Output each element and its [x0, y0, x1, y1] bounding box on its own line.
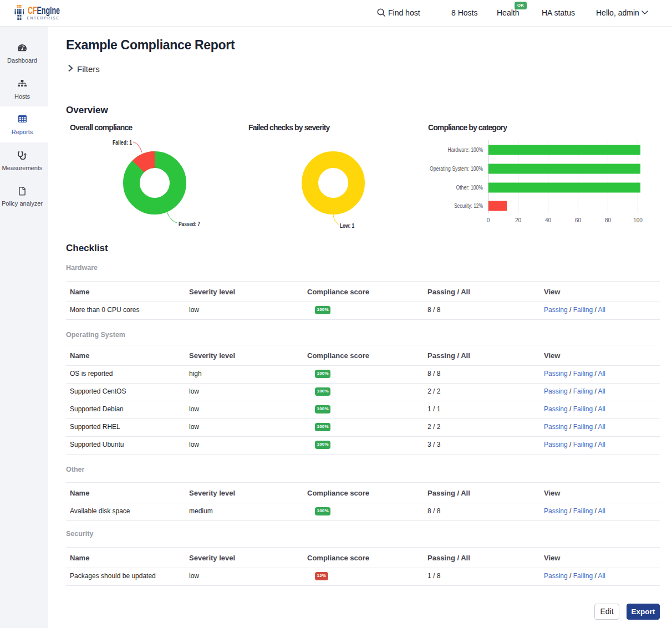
- svg-text:100: 100: [633, 217, 643, 223]
- svg-text:Security: 12%: Security: 12%: [454, 203, 483, 209]
- svg-text:Other: 100%: Other: 100%: [456, 185, 483, 191]
- svg-text:CFEngine: CFEngine: [28, 4, 60, 16]
- svg-text:Operating System: 100%: Operating System: 100%: [430, 166, 483, 172]
- svg-text:60: 60: [575, 217, 582, 223]
- svg-text:Failed: 1: Failed: 1: [113, 140, 132, 146]
- svg-text:0: 0: [487, 217, 490, 223]
- svg-text:ENTERPRISE: ENTERPRISE: [27, 16, 60, 21]
- svg-text:Low: 1: Low: 1: [340, 223, 354, 229]
- svg-text:20: 20: [515, 217, 522, 223]
- svg-text:40: 40: [545, 217, 552, 223]
- svg-text:Hardware: 100%: Hardware: 100%: [448, 147, 483, 153]
- svg-text:80: 80: [605, 217, 612, 223]
- svg-text:Passed: 7: Passed: 7: [179, 221, 200, 227]
